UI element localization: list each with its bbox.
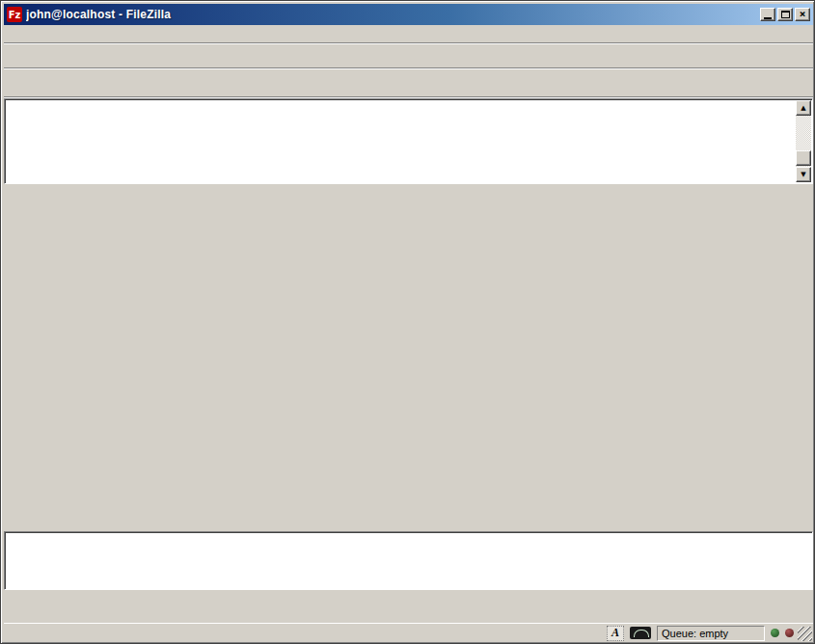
maximize-icon <box>781 11 790 18</box>
scroll-up-icon[interactable]: ▲ <box>796 100 811 116</box>
filezilla-window: Fz john@localhost - FileZilla × ▲ ▼ A Qu… <box>0 0 815 644</box>
transfer-queue-list[interactable] <box>4 531 813 590</box>
resize-grip[interactable] <box>798 627 812 641</box>
menubar <box>4 25 813 43</box>
remote-panel <box>410 187 813 505</box>
queue-status-field: Queue: empty <box>657 626 765 641</box>
maximize-button[interactable] <box>777 8 793 21</box>
titlebar: Fz john@localhost - FileZilla × <box>4 4 813 25</box>
close-icon: × <box>800 9 806 19</box>
toolbar <box>4 44 813 68</box>
minimize-button[interactable] <box>760 8 775 21</box>
transfer-datatype-icon: A <box>607 626 624 641</box>
quickconnect-bar <box>4 69 813 97</box>
activity-led-green <box>771 629 779 637</box>
scrollbar-thumb[interactable] <box>796 150 811 166</box>
queue-tabs <box>4 590 813 611</box>
speed-limits-icon[interactable] <box>630 627 651 639</box>
app-icon: Fz <box>7 7 22 22</box>
status-bar: A Queue: empty <box>4 623 813 642</box>
message-log: ▲ ▼ <box>4 98 813 184</box>
log-vertical-scrollbar[interactable]: ▲ ▼ <box>796 100 811 182</box>
minimize-icon <box>764 17 772 19</box>
scroll-down-icon[interactable]: ▼ <box>796 167 811 182</box>
transfer-queue-header <box>4 513 813 531</box>
activity-led-red <box>785 629 794 637</box>
local-panel <box>4 187 407 505</box>
window-title: john@localhost - FileZilla <box>26 8 760 21</box>
close-button[interactable]: × <box>795 8 810 21</box>
